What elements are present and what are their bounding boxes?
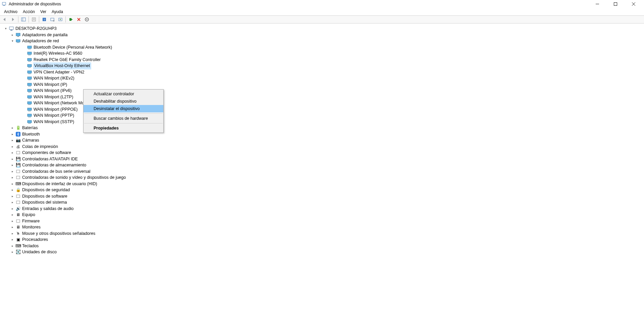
tree-item-label: WAN Miniport (L2TP) — [34, 94, 73, 100]
menu-accion[interactable]: Acción — [20, 9, 38, 15]
expand-icon[interactable] — [10, 200, 15, 205]
tree-item[interactable]: Firmware — [2, 218, 644, 224]
uninstall-device-button[interactable] — [75, 16, 83, 23]
tree-item[interactable]: DESKTOP-R2GUHP3 — [2, 25, 644, 32]
toolbar: ? — [0, 15, 644, 23]
expand-icon[interactable] — [10, 138, 15, 143]
forward-button[interactable] — [9, 16, 17, 23]
svg-rect-27 — [17, 36, 19, 37]
tree-item[interactable]: ▣Procesadores — [2, 236, 644, 243]
device-icon — [27, 119, 32, 124]
tree-item[interactable]: ⌨Teclados — [2, 243, 644, 249]
svg-rect-50 — [28, 108, 32, 110]
tree-item[interactable]: WAN Miniport (IP) — [2, 82, 644, 88]
svg-rect-52 — [28, 114, 32, 116]
context-menu-item[interactable]: Buscar cambios de hardware — [84, 115, 163, 122]
expand-icon[interactable] — [10, 175, 15, 180]
tree-item[interactable]: Componentes de software — [2, 150, 644, 156]
expand-icon[interactable] — [10, 206, 15, 211]
expand-icon[interactable] — [10, 132, 15, 137]
svg-rect-18 — [69, 18, 71, 21]
device-icon — [27, 45, 32, 50]
expand-icon[interactable] — [10, 250, 15, 254]
expand-icon[interactable] — [10, 237, 15, 242]
device-icon: 🔋 — [15, 125, 21, 130]
expand-icon[interactable] — [10, 212, 15, 217]
svg-rect-62 — [16, 220, 20, 222]
expand-icon[interactable] — [10, 33, 15, 37]
enable-device-button[interactable] — [67, 16, 74, 23]
disable-device-button[interactable] — [83, 16, 91, 23]
close-button[interactable] — [629, 0, 639, 8]
tree-item[interactable]: 💾Controladoras de almacenamiento — [2, 162, 644, 168]
tree-item[interactable]: 🔒Dispositivos de seguridad — [2, 187, 644, 193]
device-icon — [15, 169, 21, 174]
device-icon — [15, 200, 21, 205]
device-icon: ⌨ — [15, 181, 21, 187]
back-button[interactable] — [1, 16, 9, 23]
context-menu-item[interactable]: Deshabilitar dispositivo — [84, 98, 163, 105]
tree-item[interactable]: Controladoras de bus serie universal — [2, 168, 644, 175]
tree-item[interactable]: 🖥Equipo — [2, 212, 644, 218]
tree-item[interactable]: Dispositivos de software — [2, 193, 644, 200]
tree-item[interactable]: VirtualBox Host-Only Ethernet — [2, 63, 644, 69]
help-button[interactable]: ? — [41, 16, 48, 23]
tree-item[interactable]: Dispositivos del sistema — [2, 199, 644, 206]
tree-item[interactable]: Adaptadores de red — [2, 38, 644, 44]
tree-item-label: Dispositivos de software — [22, 193, 67, 200]
expand-icon[interactable] — [10, 150, 15, 155]
tree-item[interactable]: 🖥Monitores — [2, 224, 644, 230]
collapse-icon[interactable] — [10, 39, 15, 43]
tree-item[interactable]: 💾Controladoras ATA/ATAPI IDE — [2, 156, 644, 162]
expand-icon[interactable] — [10, 144, 15, 149]
expand-icon[interactable] — [10, 244, 15, 248]
expand-icon[interactable] — [10, 157, 15, 161]
device-icon — [27, 113, 32, 118]
tree-item[interactable]: Intel(R) Wireless-AC 9560 — [2, 50, 644, 57]
tree-item[interactable]: ⌨Dispositivos de interfaz de usuario (HI… — [2, 181, 644, 187]
svg-rect-1 — [3, 5, 5, 6]
menu-archivo[interactable]: Archivo — [1, 9, 20, 15]
context-menu: Actualizar controladorDeshabilitar dispo… — [83, 89, 164, 133]
minimize-button[interactable] — [592, 0, 602, 8]
tree-item-label: WAN Miniport (PPPOE) — [34, 106, 78, 113]
tree-item[interactable]: 🖨Colas de impresión — [2, 144, 644, 150]
svg-rect-28 — [16, 40, 20, 42]
svg-rect-0 — [2, 2, 6, 5]
tree-item[interactable]: Realtek PCIe GbE Family Controller — [2, 57, 644, 63]
expand-icon[interactable] — [10, 219, 15, 223]
svg-rect-42 — [28, 83, 32, 86]
expand-icon[interactable] — [10, 231, 15, 236]
show-hide-tree-button[interactable] — [20, 16, 27, 23]
device-icon: 📷 — [15, 138, 21, 143]
context-menu-item[interactable]: Actualizar controlador — [84, 90, 163, 98]
menu-ver[interactable]: Ver — [38, 9, 49, 15]
expand-icon[interactable] — [10, 181, 15, 186]
tree-item[interactable]: Controladoras de sonido y vídeo y dispos… — [2, 174, 644, 181]
device-tree[interactable]: DESKTOP-R2GUHP3Adaptadores de pantallaAd… — [0, 23, 644, 316]
tree-item[interactable]: Bluetooth Device (Personal Area Network) — [2, 44, 644, 51]
expand-icon[interactable] — [10, 194, 15, 199]
expand-icon[interactable] — [10, 163, 15, 167]
context-menu-item[interactable]: Desinstalar el dispositivo — [84, 105, 163, 112]
expand-icon[interactable] — [10, 169, 15, 174]
update-driver-button[interactable] — [57, 16, 64, 23]
context-menu-item[interactable]: Propiedades — [84, 124, 163, 132]
menu-ayuda[interactable]: Ayuda — [49, 9, 66, 15]
tree-item[interactable]: VPN Client Adapter - VPN2 — [2, 69, 644, 75]
tree-item[interactable]: 🔊Entradas y salidas de audio — [2, 206, 644, 212]
tree-item[interactable]: Adaptadores de pantalla — [2, 32, 644, 38]
expand-icon[interactable] — [10, 225, 15, 229]
tree-item[interactable]: 📷Cámaras — [2, 137, 644, 144]
scan-hardware-button[interactable] — [49, 16, 56, 23]
properties-button[interactable] — [30, 16, 38, 23]
tree-item[interactable]: 💽Unidades de disco — [2, 249, 644, 255]
expander-spacer — [21, 82, 26, 87]
collapse-icon[interactable] — [3, 26, 8, 31]
expand-icon[interactable] — [10, 188, 15, 192]
maximize-button[interactable] — [610, 0, 621, 8]
device-icon — [27, 51, 32, 56]
expand-icon[interactable] — [10, 125, 15, 130]
tree-item[interactable]: 🖱Mouse y otros dispositivos señaladores — [2, 230, 644, 237]
tree-item[interactable]: WAN Miniport (IKEv2) — [2, 75, 644, 82]
